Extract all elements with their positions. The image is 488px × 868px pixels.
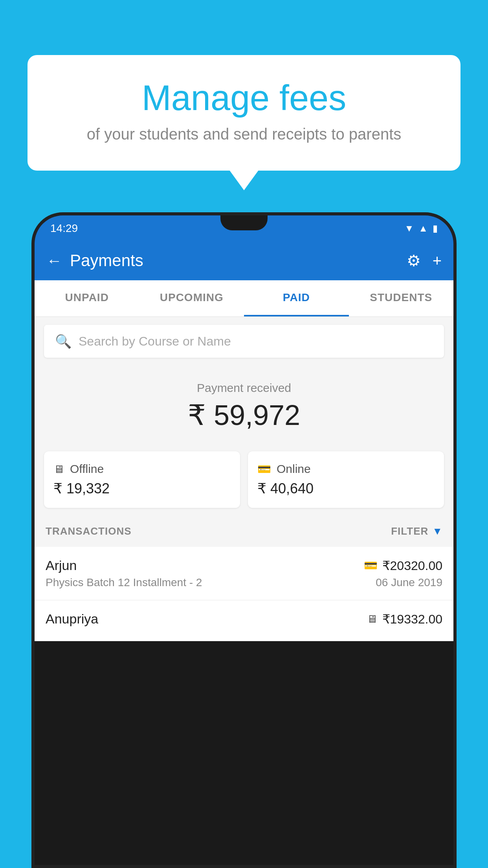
wifi-icon: ▼	[404, 223, 414, 234]
content-area: 🔍 Search by Course or Name Payment recei…	[35, 317, 453, 641]
battery-icon: ▮	[433, 223, 438, 234]
transaction-date-1: 06 June 2019	[376, 576, 442, 589]
transaction-name-1: Arjun	[46, 558, 77, 573]
transactions-header: TRANSACTIONS FILTER ▼	[35, 516, 453, 547]
tab-upcoming[interactable]: UPCOMING	[139, 280, 244, 316]
online-icon: 💳	[257, 463, 271, 476]
signal-icon: ▲	[418, 223, 428, 234]
online-payment-card: 💳 Online ₹ 40,640	[248, 451, 444, 508]
offline-card-header: 🖥 Offline	[53, 462, 231, 476]
online-card-header: 💳 Online	[257, 462, 435, 476]
transactions-label: TRANSACTIONS	[46, 525, 132, 537]
speech-bubble-container: Manage fees of your students and send re…	[28, 55, 460, 171]
filter-label: FILTER	[391, 525, 428, 537]
table-row[interactable]: Arjun 💳 ₹20320.00 Physics Batch 12 Insta…	[35, 547, 453, 600]
status-bar: 14:29 ▼ ▲ ▮	[35, 215, 453, 241]
transaction-course-1: Physics Batch 12 Installment - 2	[46, 576, 202, 589]
filter-icon: ▼	[432, 525, 442, 537]
app-bar-actions: ⚙ +	[407, 252, 442, 270]
back-button[interactable]: ←	[46, 252, 62, 270]
online-label: Online	[277, 462, 311, 476]
payment-amount: ₹ 59,972	[42, 399, 446, 432]
cash-payment-icon-2: 🖥	[367, 612, 378, 625]
payment-received-label: Payment received	[42, 381, 446, 395]
tabs: UNPAID UPCOMING PAID STUDENTS	[35, 280, 453, 317]
transaction-amount-wrapper-1: 💳 ₹20320.00	[364, 558, 442, 573]
offline-amount: ₹ 19,332	[53, 480, 231, 497]
payment-summary: Payment received ₹ 59,972	[35, 366, 453, 443]
offline-payment-card: 🖥 Offline ₹ 19,332	[44, 451, 240, 508]
transaction-amount-wrapper-2: 🖥 ₹19332.00	[367, 612, 442, 627]
add-icon[interactable]: +	[433, 252, 442, 270]
filter-button[interactable]: FILTER ▼	[391, 525, 442, 537]
notch	[220, 215, 268, 230]
app-bar: ← Payments ⚙ +	[35, 241, 453, 280]
offline-label: Offline	[70, 462, 104, 476]
search-bar[interactable]: 🔍 Search by Course or Name	[44, 325, 444, 358]
transaction-name-2: Anupriya	[46, 611, 98, 627]
search-input[interactable]: Search by Course or Name	[79, 334, 231, 349]
search-icon: 🔍	[55, 333, 72, 349]
settings-icon[interactable]: ⚙	[407, 252, 421, 270]
tab-paid[interactable]: PAID	[244, 280, 349, 316]
tab-students[interactable]: STUDENTS	[349, 280, 454, 316]
status-time: 14:29	[50, 222, 78, 235]
transaction-bottom-1: Physics Batch 12 Installment - 2 06 June…	[46, 576, 442, 589]
status-icons: ▼ ▲ ▮	[404, 223, 438, 234]
bubble-subtitle: of your students and send receipts to pa…	[59, 125, 429, 143]
card-payment-icon-1: 💳	[364, 559, 378, 572]
phone-frame: 14:29 ▼ ▲ ▮ ← Payments ⚙ + UNPAID UPCOMI…	[31, 212, 457, 868]
transaction-amount-1: ₹20320.00	[382, 558, 442, 573]
offline-icon: 🖥	[53, 463, 64, 476]
table-row[interactable]: Anupriya 🖥 ₹19332.00	[35, 600, 453, 641]
speech-bubble: Manage fees of your students and send re…	[28, 55, 460, 171]
transaction-top-2: Anupriya 🖥 ₹19332.00	[46, 611, 442, 627]
online-amount: ₹ 40,640	[257, 480, 435, 497]
payment-cards: 🖥 Offline ₹ 19,332 💳 Online ₹ 40,640	[44, 451, 444, 508]
transaction-top-1: Arjun 💳 ₹20320.00	[46, 558, 442, 573]
page-title: Payments	[70, 251, 399, 270]
transaction-amount-2: ₹19332.00	[382, 612, 442, 627]
bubble-title: Manage fees	[59, 79, 429, 118]
tab-unpaid[interactable]: UNPAID	[35, 280, 139, 316]
